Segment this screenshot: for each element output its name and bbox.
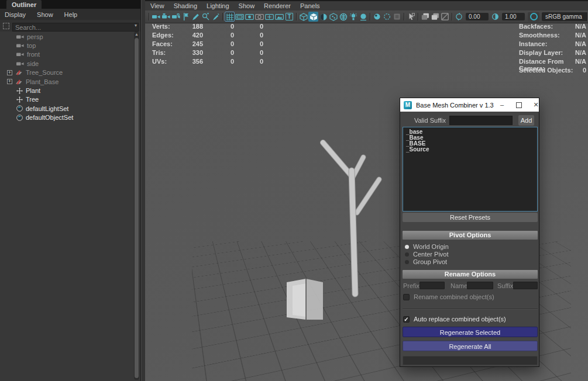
hud-row-instance: Instance:N/A [519,40,586,47]
hud-row-edges: Edges:42000 [152,32,287,39]
outliner-item-tree-source[interactable]: + Tree_Source [0,68,133,77]
auto-replace-checkbox-row[interactable]: ✓ Auto replace combined object(s) [403,316,506,323]
close-button[interactable]: ✕ [528,98,545,112]
outliner-item-label: front [27,51,40,58]
divider [403,309,538,309]
menu-display[interactable]: Display [5,11,26,18]
outliner-item-label: Plant_Base [26,78,59,85]
menu-help[interactable]: Help [64,11,78,18]
outliner-item-label: top [27,42,36,49]
outliner-panel: Outliner Display Show Help ▾ persp top [0,0,140,381]
suffix-preset-list[interactable]: _base _Base _BASE _Source [403,127,538,212]
reset-presets-button[interactable]: Reset Presets [403,213,538,222]
radio-dot[interactable] [405,260,409,264]
menu-show[interactable]: Show [37,11,53,18]
expand-icon[interactable]: + [7,70,12,75]
search-input[interactable] [12,23,139,32]
maya-window: Outliner Display Show Help ▾ persp top [0,0,588,381]
object-set-icon [16,105,23,112]
suffix-item[interactable]: _Source [406,147,534,153]
regenerate-selected-button[interactable]: Regenerate Selected [403,327,538,337]
suffix-label: Suffix [497,282,513,289]
maximize-button[interactable] [511,98,528,112]
outliner-item-label: Tree [26,96,39,103]
hud-row-uvs: UVs:35600 [152,58,287,65]
hud-row-selected-objects: Selected Objects:0 [519,67,586,74]
radio-dot[interactable] [405,245,409,249]
base-mesh-combiner-window: M Base Mesh Combiner v 1.3 – ✕ Valid Suf… [400,98,539,367]
outliner-item-tree[interactable]: Tree [0,95,133,104]
hud-row-display-layer: Display Layer:N/A [519,49,586,56]
rename-combined-checkbox-row[interactable]: Rename combined object(s) [403,293,494,300]
tab-outliner[interactable]: Outliner [6,0,42,9]
checkbox-unchecked[interactable] [403,294,410,300]
prefix-input[interactable] [419,282,445,289]
hud-row-faces: Faces:24500 [152,40,287,47]
add-button[interactable]: Add [518,115,534,126]
maya-logo-icon: M [404,101,412,109]
dialog-body: Valid Suffix Add _base _Base _BASE _Sour… [400,112,539,366]
radio-center-pivot[interactable]: Center Pivot [403,251,449,258]
transform-icon [16,96,23,103]
outliner-item-side[interactable]: side [0,59,133,68]
camera-icon [16,61,24,67]
checkbox-label: Auto replace combined object(s) [414,316,506,323]
outliner-item-plant[interactable]: Plant [0,86,133,95]
pivot-options-header: Pivot Options [403,231,538,240]
camera-icon [16,51,24,57]
marquee-select-icon[interactable] [3,23,9,29]
polymesh-icon [15,79,23,85]
dialog-title: Base Mesh Combiner v 1.3 [416,102,494,109]
outliner-item-label: persp [27,33,43,40]
outliner-item-front[interactable]: front [0,50,133,59]
hud-row-distance-from-camera: Distance From Camera:N/A [519,58,586,65]
radio-group-pivot[interactable]: Group Pivot [403,258,447,265]
valid-suffix-row: Valid Suffix Add [400,115,539,126]
regenerate-all-button[interactable]: Regenerate All [403,341,538,351]
name-label: Name [451,282,467,289]
outliner-item-list: persp top front side + Tree_Source + [0,32,133,122]
expand-icon[interactable]: + [7,79,12,84]
hud-row-verts: Verts:18800 [152,23,287,30]
object-set-icon [16,115,23,121]
outliner-search-row: ▾ [0,20,140,32]
outliner-item-default-object-set[interactable]: defaultObjectSet [0,113,133,122]
checkbox-checked[interactable]: ✓ [403,316,410,323]
polymesh-icon [15,70,23,75]
progress-bar [403,356,538,365]
hud-row-smoothness: Smoothness:N/A [519,32,586,39]
checkbox-label: Rename combined object(s) [414,293,494,300]
transform-icon [16,88,23,94]
hud-row-tris: Tris:33000 [152,49,287,56]
scroll-up-icon[interactable]: ▲ [134,32,139,37]
camera-icon [16,43,24,49]
suffix-item[interactable]: _base [406,129,534,135]
outliner-item-persp[interactable]: persp [0,32,133,41]
name-input[interactable] [467,282,493,289]
radio-label: Group Pivot [413,258,447,265]
minimize-button[interactable]: – [494,98,511,112]
outliner-menubar: Display Show Help [0,9,140,20]
radio-label: World Origin [413,243,449,250]
rename-options-header: Rename Options [403,270,538,279]
outliner-scrollbar[interactable]: ▲ [134,32,139,380]
radio-dot[interactable] [405,252,409,257]
search-field-wrap: ▾ [12,22,139,30]
outliner-item-label: Plant [26,87,40,94]
outliner-item-plant-base[interactable]: + Plant_Base [0,77,133,86]
dialog-titlebar[interactable]: M Base Mesh Combiner v 1.3 – ✕ [400,98,539,112]
outliner-item-label: defaultLightSet [26,105,68,112]
plant-plane-right[interactable] [306,279,323,320]
outliner-item-default-light-set[interactable]: defaultLightSet [0,104,133,113]
suffix-input[interactable] [513,282,538,289]
prefix-label: Prefix [403,282,419,289]
scrollbar-thumb[interactable] [135,38,139,378]
outliner-item-top[interactable]: top [0,41,133,50]
valid-suffix-input[interactable] [449,116,513,125]
hud-row-backfaces: Backfaces:N/A [519,23,586,30]
tree-mesh[interactable] [323,143,379,294]
radio-world-origin[interactable]: World Origin [403,243,449,250]
camera-icon [16,34,24,40]
valid-suffix-label: Valid Suffix [400,117,446,124]
radio-label: Center Pivot [413,251,449,258]
